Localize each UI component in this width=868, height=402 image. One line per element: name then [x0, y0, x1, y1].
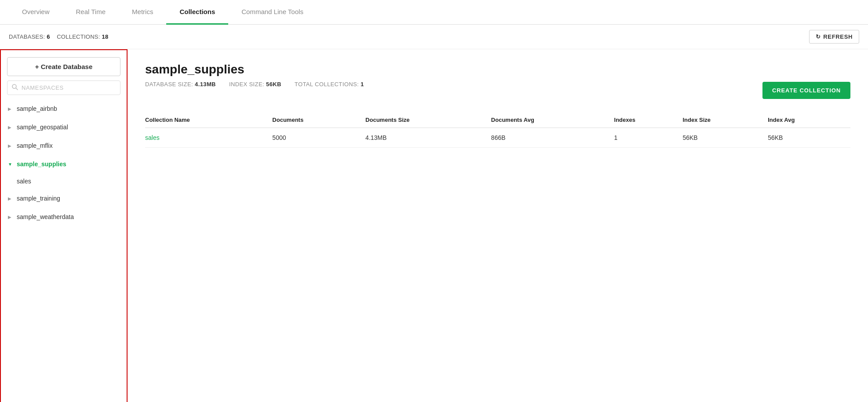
stats-bar-info: DATABASES: 6 COLLECTIONS: 18 [9, 33, 109, 40]
documents-cell: 5000 [272, 128, 365, 148]
database-list: ▶ sample_airbnb ▶ sample_geospatial ▶ sa… [1, 99, 127, 402]
tab-metrics[interactable]: Metrics [119, 0, 166, 25]
svg-line-1 [16, 88, 18, 90]
main-content: sample_supplies DATABASE SIZE: 4.13MB IN… [128, 49, 868, 402]
collection-name-label: sales [17, 178, 31, 185]
chevron-right-icon: ▶ [8, 143, 13, 148]
search-icon [12, 84, 18, 91]
collections-table: Collection Name Documents Documents Size… [145, 112, 850, 148]
col-header-index-avg: Index Avg [768, 112, 850, 128]
namespace-search-input[interactable] [22, 84, 116, 91]
indexes-cell: 1 [614, 128, 683, 148]
db-size-label: DATABASE SIZE: 4.13MB [145, 81, 216, 88]
tab-overview[interactable]: Overview [9, 0, 63, 25]
col-header-index-size: Index Size [682, 112, 768, 128]
sidebar-item-sample-geospatial[interactable]: ▶ sample_geospatial [1, 118, 127, 136]
total-collections-value: 1 [361, 81, 364, 88]
refresh-button[interactable]: ↻ REFRESH [809, 30, 859, 44]
index-size-label: INDEX SIZE: 56KB [229, 81, 281, 88]
db-name-label: sample_airbnb [17, 105, 57, 112]
sidebar-item-sales-collection[interactable]: sales [1, 173, 127, 189]
db-metadata: DATABASE SIZE: 4.13MB INDEX SIZE: 56KB T… [145, 81, 364, 88]
col-header-indexes: Indexes [614, 112, 683, 128]
create-collection-button[interactable]: CREATE COLLECTION [762, 82, 850, 99]
tab-collections[interactable]: Collections [166, 0, 228, 25]
db-meta-row: DATABASE SIZE: 4.13MB INDEX SIZE: 56KB T… [145, 81, 850, 100]
sidebar-item-sample-weatherdata[interactable]: ▶ sample_weatherdata [1, 208, 127, 226]
collections-label: COLLECTIONS: [57, 33, 100, 40]
index-size-value: 56KB [266, 81, 281, 88]
sidebar-item-sample-training[interactable]: ▶ sample_training [1, 189, 127, 208]
create-database-label: + Create Database [35, 63, 93, 70]
chevron-down-icon: ▼ [8, 162, 13, 167]
db-name-label: sample_supplies [17, 161, 66, 168]
table-row: sales 5000 4.13MB 866B 1 56KB 56KB [145, 128, 850, 148]
sidebar-item-sample-airbnb[interactable]: ▶ sample_airbnb [1, 99, 127, 118]
chevron-right-icon: ▶ [8, 125, 13, 130]
col-header-documents-size: Documents Size [365, 112, 491, 128]
refresh-icon: ↻ [816, 33, 821, 40]
sidebar: + Create Database ▶ sample_airbnb ▶ samp… [0, 49, 128, 402]
tab-realtime[interactable]: Real Time [63, 0, 119, 25]
collections-count: 18 [102, 33, 109, 40]
col-header-name: Collection Name [145, 112, 272, 128]
chevron-right-icon: ▶ [8, 215, 13, 219]
chevron-right-icon: ▶ [8, 106, 13, 111]
chevron-right-icon: ▶ [8, 196, 13, 201]
col-header-documents-avg: Documents Avg [491, 112, 614, 128]
db-name-label: sample_mflix [17, 142, 53, 149]
db-name-label: sample_training [17, 195, 60, 202]
tab-commandline[interactable]: Command Line Tools [228, 0, 317, 25]
stats-bar: DATABASES: 6 COLLECTIONS: 18 ↻ REFRESH [0, 25, 868, 49]
collection-name-cell[interactable]: sales [145, 128, 272, 148]
create-database-button[interactable]: + Create Database [7, 57, 120, 76]
db-name-label: sample_geospatial [17, 124, 68, 131]
refresh-label: REFRESH [823, 33, 853, 40]
index-avg-cell: 56KB [768, 128, 850, 148]
db-name-label: sample_weatherdata [17, 213, 74, 220]
index-size-cell: 56KB [682, 128, 768, 148]
db-size-value: 4.13MB [195, 81, 216, 88]
namespace-search-box[interactable] [7, 80, 120, 95]
top-navigation: OverviewReal TimeMetricsCollectionsComma… [0, 0, 868, 25]
sidebar-item-sample-supplies[interactable]: ▼ sample_supplies [1, 155, 127, 173]
svg-point-0 [12, 84, 16, 88]
databases-count: 6 [47, 33, 50, 40]
col-header-documents: Documents [272, 112, 365, 128]
documents-avg-cell: 866B [491, 128, 614, 148]
databases-label: DATABASES: [9, 33, 45, 40]
documents-size-cell: 4.13MB [365, 128, 491, 148]
main-layout: + Create Database ▶ sample_airbnb ▶ samp… [0, 49, 868, 402]
sidebar-item-sample-mflix[interactable]: ▶ sample_mflix [1, 136, 127, 155]
database-title: sample_supplies [145, 62, 850, 77]
total-collections-label: TOTAL COLLECTIONS: 1 [295, 81, 364, 88]
table-header-row: Collection Name Documents Documents Size… [145, 112, 850, 128]
